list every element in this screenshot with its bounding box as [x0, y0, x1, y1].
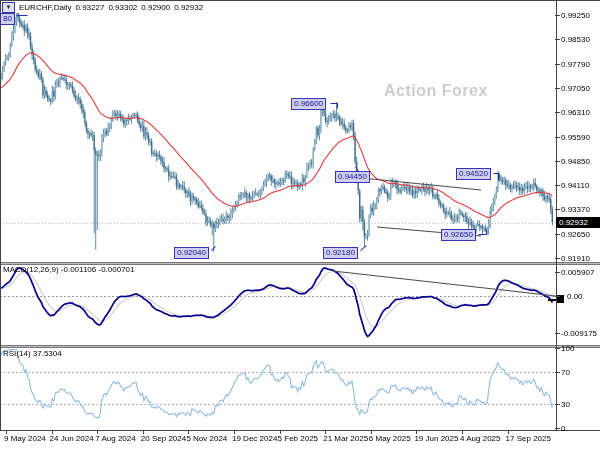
rsi-name: RSI(14) [3, 349, 31, 358]
price-chart-canvas[interactable] [0, 0, 600, 450]
price-callout[interactable]: 0.94450 [335, 171, 370, 183]
symbol-period-label: EURCHF,Daily [19, 3, 71, 12]
price-callout[interactable]: 0.92650 [441, 229, 476, 241]
ohlc-low: 0.92900 [141, 3, 170, 12]
watermark: Action Forex [384, 82, 488, 100]
price-callout[interactable]: 80 [0, 13, 15, 25]
ohlc-open: 0.93227 [75, 3, 104, 12]
chart-title-bar: ▼ EURCHF,Daily 0.93227 0.93302 0.92900 0… [2, 2, 203, 13]
rsi-value: 37.5304 [33, 349, 62, 358]
rsi-indicator-label: RSI(14) 37.5304 [3, 349, 62, 358]
current-price-tag: 0.92932 [556, 217, 600, 228]
macd-name: MACD(12,26,9) [3, 265, 59, 274]
chart-window: ▼ EURCHF,Daily 0.93227 0.93302 0.92900 0… [0, 0, 600, 450]
price-callout[interactable]: 0.94520 [456, 168, 491, 180]
price-callout[interactable]: 0.92180 [323, 247, 358, 259]
ohlc-high: 0.93302 [108, 3, 137, 12]
ohlc-close: 0.92932 [174, 3, 203, 12]
macd-values: -0.001106 -0.000701 [61, 265, 135, 274]
macd-indicator-label: MACD(12,26,9) -0.001106 -0.000701 [3, 265, 135, 274]
price-callout[interactable]: 0.92040 [174, 247, 209, 259]
symbol-dropdown-icon[interactable]: ▼ [2, 2, 15, 13]
price-callout[interactable]: 0.96600 [291, 98, 326, 110]
